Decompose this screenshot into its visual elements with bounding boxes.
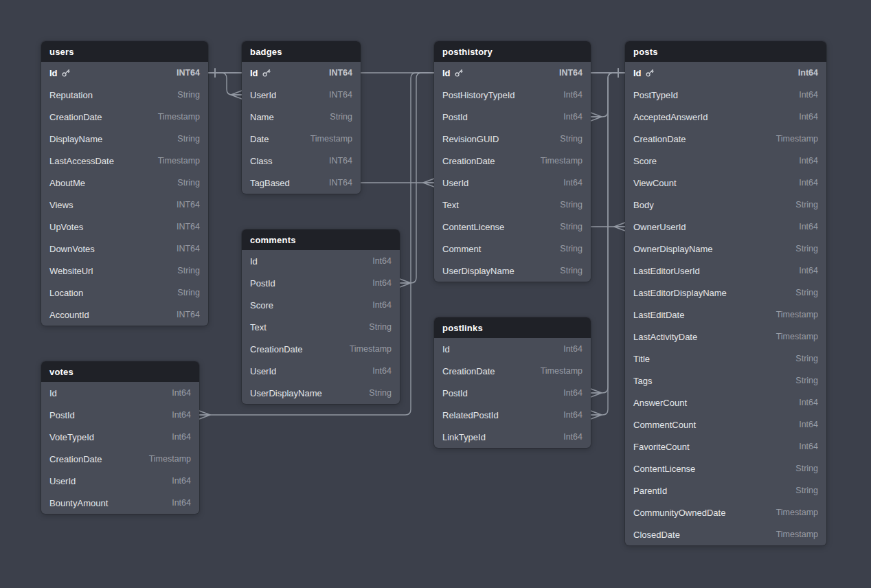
- field-type: INT64: [329, 156, 352, 166]
- comments_PostId__posts_Id-crowfoot-marker: [400, 279, 411, 287]
- field-type: Int64: [799, 266, 818, 275]
- field-row-posthistory-PostId: PostIdInt64: [434, 106, 591, 128]
- table-votes[interactable]: votesIdInt64PostIdInt64VoteTypeIdInt64Cr…: [41, 361, 199, 514]
- field-row-comments-Id: IdInt64: [242, 250, 400, 272]
- field-name: TagBased: [250, 178, 290, 188]
- table-posts[interactable]: postsIdInt64PostTypeIdInt64AcceptedAnswe…: [625, 41, 826, 545]
- field-name: AccountId: [49, 310, 89, 320]
- field-type: String: [560, 222, 582, 231]
- field-name: Date: [250, 134, 269, 144]
- field-row-posthistory-ContentLicense: ContentLicenseString: [434, 216, 591, 238]
- field-name: UserId: [49, 476, 76, 486]
- field-type: INT64: [329, 90, 352, 100]
- field-row-votes-CreationDate: CreationDateTimestamp: [41, 448, 199, 470]
- field-name: Id: [442, 344, 450, 354]
- table-posthistory[interactable]: posthistoryIdINT64PostHistoryTypeIdInt64…: [434, 41, 591, 282]
- postlinks_RelatedPostId__posts_Id-crowfoot-marker: [591, 411, 602, 419]
- field-row-posts-Body: BodyString: [625, 194, 826, 216]
- field-row-posts-ClosedDate: ClosedDateTimestamp: [625, 523, 826, 545]
- table-badges[interactable]: badgesIdINT64UserIdINT64NameStringDateTi…: [242, 41, 361, 194]
- field-name: BountyAmount: [49, 498, 108, 508]
- table-title: posthistory: [442, 47, 493, 57]
- field-row-badges-Date: DateTimestamp: [242, 128, 361, 150]
- field-name: LinkTypeId: [442, 432, 486, 442]
- table-comments[interactable]: commentsIdInt64PostIdInt64ScoreInt64Text…: [242, 229, 400, 404]
- field-type: INT64: [329, 68, 352, 78]
- field-name: UserDisplayName: [250, 388, 322, 398]
- field-type: Int64: [372, 366, 392, 376]
- field-row-posts-AnswerCount: AnswerCountInt64: [625, 392, 826, 414]
- field-name: AcceptedAnswerId: [633, 112, 708, 122]
- field-row-posthistory-CreationDate: CreationDateTimestamp: [434, 150, 591, 172]
- field-row-users-UpVotes: UpVotesINT64: [41, 216, 208, 238]
- field-row-postlinks-PostId: PostIdInt64: [434, 382, 591, 404]
- table-header-comments[interactable]: comments: [242, 229, 400, 250]
- field-row-postlinks-RelatedPostId: RelatedPostIdInt64: [434, 404, 591, 426]
- field-type: Int64: [799, 112, 818, 122]
- er-diagram-canvas[interactable]: usersIdINT64ReputationStringCreationDate…: [0, 0, 871, 588]
- field-row-users-AboutMe: AboutMeString: [41, 172, 208, 194]
- field-type: Int64: [172, 498, 191, 508]
- field-type: Int64: [799, 156, 818, 166]
- field-name: LastEditorUserId: [633, 266, 700, 276]
- field-type: Int64: [799, 178, 818, 188]
- field-type: String: [330, 112, 352, 122]
- field-name: VoteTypeId: [49, 432, 94, 442]
- field-type: Int64: [799, 398, 818, 407]
- field-row-posts-AcceptedAnswerId: AcceptedAnswerIdInt64: [625, 106, 826, 128]
- table-header-users[interactable]: users: [41, 41, 208, 62]
- field-name: Score: [250, 300, 273, 310]
- field-name: UserDisplayName: [442, 266, 514, 276]
- field-row-posts-ViewCount: ViewCountInt64: [625, 172, 826, 194]
- field-type: Timestamp: [149, 454, 191, 464]
- table-header-postlinks[interactable]: postlinks: [434, 317, 591, 338]
- field-name: ParentId: [633, 486, 667, 496]
- field-type: Int64: [172, 432, 191, 442]
- field-row-users-LastAccessDate: LastAccessDateTimestamp: [41, 150, 208, 172]
- relationship-postlinks_RelatedPostId__posts_Id: [591, 73, 625, 415]
- field-row-comments-Text: TextString: [242, 316, 400, 338]
- field-row-users-AccountId: AccountIdINT64: [41, 304, 208, 326]
- field-name: CreationDate: [633, 134, 686, 144]
- field-name: OwnerDisplayName: [633, 244, 713, 254]
- field-row-comments-Score: ScoreInt64: [242, 294, 400, 316]
- field-type: String: [560, 200, 582, 210]
- field-type: Int64: [799, 420, 818, 429]
- field-name: Title: [633, 354, 650, 364]
- field-name: PostId: [49, 410, 75, 420]
- field-name: Location: [49, 288, 83, 298]
- field-name: RelatedPostId: [442, 410, 499, 420]
- table-header-votes[interactable]: votes: [41, 361, 199, 382]
- field-name: RevisionGUID: [442, 134, 499, 144]
- table-header-badges[interactable]: badges: [242, 41, 361, 62]
- field-row-posts-CommentCount: CommentCountInt64: [625, 414, 826, 436]
- table-header-posthistory[interactable]: posthistory: [434, 41, 591, 62]
- table-users[interactable]: usersIdINT64ReputationStringCreationDate…: [41, 41, 208, 326]
- field-type: Int64: [798, 68, 818, 78]
- field-type: Timestamp: [776, 310, 818, 319]
- field-name: Id: [49, 68, 70, 78]
- table-header-posts[interactable]: posts: [625, 41, 826, 62]
- field-row-posthistory-RevisionGUID: RevisionGUIDString: [434, 128, 591, 150]
- field-name: CreationDate: [442, 366, 495, 376]
- field-type: Timestamp: [776, 134, 818, 144]
- table-postlinks[interactable]: postlinksIdInt64CreationDateTimestampPos…: [434, 317, 591, 448]
- field-name: CreationDate: [250, 344, 303, 354]
- field-row-posts-LastEditorDisplayName: LastEditorDisplayNameString: [625, 282, 826, 304]
- field-type: String: [177, 266, 200, 275]
- field-type: INT64: [177, 200, 200, 210]
- field-type: INT64: [177, 244, 200, 253]
- field-type: INT64: [177, 222, 200, 231]
- field-row-posts-CreationDate: CreationDateTimestamp: [625, 128, 826, 150]
- field-row-postlinks-Id: IdInt64: [434, 338, 591, 360]
- field-type: String: [795, 464, 818, 473]
- field-name: Id: [250, 68, 271, 78]
- field-name: Id: [633, 68, 654, 78]
- field-name: Id: [49, 388, 57, 398]
- votes_PostId__posts_Id-crowfoot-marker: [199, 411, 210, 419]
- field-type: Timestamp: [541, 366, 582, 376]
- field-type: Timestamp: [310, 134, 352, 144]
- field-row-votes-Id: IdInt64: [41, 382, 199, 404]
- field-row-posts-LastEditorUserId: LastEditorUserIdInt64: [625, 260, 826, 282]
- field-type: INT64: [177, 310, 200, 319]
